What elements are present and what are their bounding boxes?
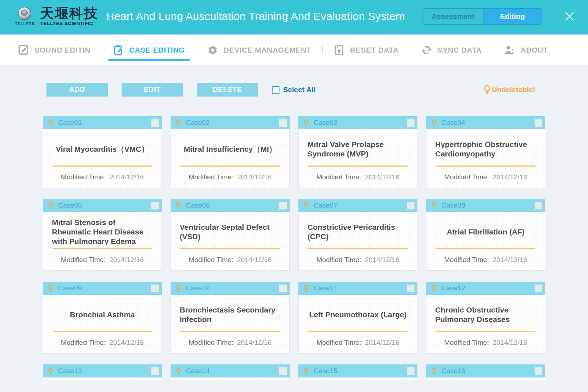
clipboard-pencil-icon xyxy=(113,45,124,56)
case-checkbox[interactable] xyxy=(279,202,287,209)
case-card-header: Case01 xyxy=(43,116,162,129)
modified-time-value: 2014/12/16 xyxy=(109,256,144,264)
case-title: Left Pneumothorax (Large) xyxy=(309,310,407,319)
undeletable-note: Undeletable! xyxy=(483,85,535,94)
nav-item-case-editing[interactable]: CASE EDITING xyxy=(113,34,185,65)
case-card[interactable]: Case08 Atrial Fibrillation (AF) Modified… xyxy=(426,199,545,271)
case-checkbox[interactable] xyxy=(151,119,159,127)
nav-label: DEVICE MANAGEMENT xyxy=(224,46,311,54)
modified-time-value: 2014/12/16 xyxy=(365,256,399,264)
case-checkbox[interactable] xyxy=(279,285,287,292)
case-checkbox[interactable] xyxy=(407,367,415,375)
case-checkbox[interactable] xyxy=(407,119,415,127)
case-id: Case13 xyxy=(58,367,82,375)
case-checkbox[interactable] xyxy=(279,119,287,127)
close-icon xyxy=(564,11,575,22)
nav-label: SYNC DATA xyxy=(437,46,482,54)
nav-item-device-management[interactable]: DEVICE MANAGEMENT xyxy=(207,34,311,65)
modified-time-label: Modified Time: xyxy=(61,256,106,264)
case-id: Case10 xyxy=(186,284,210,292)
modified-time-row: Modified Time: 2014/12/16 xyxy=(171,167,289,188)
nav-label: SOUND EDITIN xyxy=(34,46,90,54)
case-card[interactable]: Case06 Ventricular Septal Defect (VSD) M… xyxy=(171,199,290,271)
lightbulb-icon xyxy=(176,367,181,375)
case-checkbox[interactable] xyxy=(407,202,415,209)
case-id: Case14 xyxy=(186,367,210,375)
modified-time-row: Modified Time: 2014/12/16 xyxy=(43,167,162,188)
case-card[interactable]: Case01 Viral Myocarditis（VMC） Modified T… xyxy=(43,116,162,188)
modified-time-value: 2014/12/16 xyxy=(237,256,271,264)
case-card[interactable]: Case07 Constrictive Pericarditis (CPC) M… xyxy=(298,199,417,271)
modified-time-value: 2014/12/16 xyxy=(493,339,527,347)
case-card-body: Modified Time: xyxy=(43,377,162,380)
case-card-body: Modified Time: xyxy=(298,377,417,380)
case-card[interactable]: Case09 Bronchial Asthma Modified Time: 2… xyxy=(43,282,162,354)
case-checkbox[interactable] xyxy=(535,119,542,127)
case-card[interactable]: Case04 Hypertrophic Obstructive Cardiomy… xyxy=(426,116,545,188)
case-card-header: Case02 xyxy=(171,116,290,129)
case-title: Ventricular Septal Defect (VSD) xyxy=(180,222,281,241)
case-checkbox[interactable] xyxy=(151,285,159,292)
case-checkbox[interactable] xyxy=(535,367,542,375)
lightbulb-icon xyxy=(48,367,53,375)
case-card-body: Hypertrophic Obstructive Cardiomyopathy … xyxy=(426,129,545,188)
case-checkbox[interactable] xyxy=(535,285,542,292)
case-title: Atrial Fibrillation (AF) xyxy=(447,227,525,237)
edit-button[interactable]: EDIT xyxy=(122,83,183,97)
case-checkbox[interactable] xyxy=(151,202,159,209)
assessment-tab[interactable]: Assessment xyxy=(423,9,483,24)
case-card-header: Case13 xyxy=(43,364,162,377)
modified-time-row: Modified Time: 2014/12/16 xyxy=(426,167,545,188)
case-card[interactable]: Case13 Modified Time: xyxy=(43,364,162,380)
lightbulb-icon xyxy=(303,285,309,292)
case-card-body: Atrial Fibrillation (AF) Modified Time: … xyxy=(426,212,545,271)
case-card[interactable]: Case15 Modified Time: xyxy=(298,364,417,380)
nav-separator xyxy=(102,46,102,54)
case-checkbox[interactable] xyxy=(407,285,415,292)
case-card[interactable]: Case05 Mitral Stenosis of Rheumatic Hear… xyxy=(43,199,162,271)
case-id: Case09 xyxy=(58,284,82,292)
case-card-header: Case04 xyxy=(426,116,545,129)
modified-time-row: Modified Time: 2014/12/16 xyxy=(299,167,417,188)
modified-time-value: 2014/12/16 xyxy=(493,256,527,264)
modified-time-value: 2014/12/16 xyxy=(109,339,144,347)
select-all-checkbox[interactable] xyxy=(272,86,279,94)
editing-tab[interactable]: Editing xyxy=(483,9,542,24)
select-all-control: Select All xyxy=(272,86,315,94)
case-card-header: Case11 xyxy=(298,282,417,295)
lightbulb-icon xyxy=(303,119,309,127)
case-card[interactable]: Case02 Mitral Insufficiency（MI） Modified… xyxy=(171,116,290,188)
case-card-header: Case10 xyxy=(171,282,290,295)
case-card-header: Case09 xyxy=(43,282,162,295)
case-card-body: Chronic Obstructive Pulmonary Diseases M… xyxy=(426,295,545,354)
case-card[interactable]: Case12 Chronic Obstructive Pulmonary Dis… xyxy=(426,282,545,354)
brand-name-cn: 天堰科技 xyxy=(40,7,98,20)
case-checkbox[interactable] xyxy=(151,367,159,375)
add-button[interactable]: ADD xyxy=(46,83,108,97)
lightbulb-icon xyxy=(176,202,181,209)
delete-button[interactable]: DELETE xyxy=(197,83,258,97)
case-card[interactable]: Case14 Modified Time: xyxy=(171,364,290,380)
case-card[interactable]: Case10 Bronchiectasis Secondary Infectio… xyxy=(171,282,290,354)
close-button[interactable] xyxy=(563,10,576,23)
case-checkbox[interactable] xyxy=(535,202,542,209)
case-card[interactable]: Case11 Left Pneumothorax (Large) Modifie… xyxy=(298,282,417,354)
nav-item-about[interactable]: ABOUT xyxy=(504,34,548,65)
nav-item-sync-data[interactable]: SYNC DATA xyxy=(421,34,482,65)
modified-time-label: Modified Time: xyxy=(317,339,362,347)
nav-label: CASE EDITING xyxy=(129,46,185,54)
modified-time-label: Modified Time: xyxy=(317,173,362,181)
case-card-body: Mitral Insufficiency（MI） Modified Time: … xyxy=(171,129,290,188)
nav-item-reset-data[interactable]: RESET DATA xyxy=(334,34,399,65)
lightbulb-icon xyxy=(431,367,437,375)
nav-item-sound-editing[interactable]: SOUND EDITIN xyxy=(18,34,90,65)
modified-time-label: Modified Time: xyxy=(189,173,234,181)
lightbulb-icon xyxy=(176,285,181,292)
case-card[interactable]: Case03 Mitral Valve Prolapse Syndrome (M… xyxy=(298,116,417,188)
case-card[interactable]: Case16 Modified Time: xyxy=(426,364,545,380)
modified-time-value: 2014/12/16 xyxy=(365,339,399,347)
case-checkbox[interactable] xyxy=(279,367,287,375)
case-card-body: Bronchiectasis Secondary Infection Modif… xyxy=(171,295,290,354)
modified-time-label: Modified Time: xyxy=(61,173,106,181)
modified-time-label: Modified Time: xyxy=(189,339,234,347)
